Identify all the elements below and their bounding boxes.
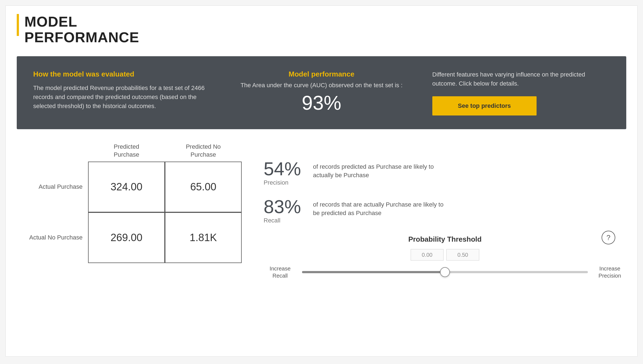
cell-fp: 269.00 xyxy=(88,212,165,263)
confusion-matrix: PredictedPurchase Predicted NoPurchase A… xyxy=(17,143,242,263)
threshold-inputs xyxy=(264,249,626,261)
threshold-input-left[interactable] xyxy=(411,249,444,261)
help-icon-container: ? xyxy=(602,231,615,244)
recall-value: 83% xyxy=(264,197,305,216)
matrix-row-purchase: Actual Purchase 324.00 65.00 xyxy=(17,162,242,212)
matrix-cells-row1: 324.00 65.00 xyxy=(88,162,242,212)
banner-left-text: The model predicted Revenue probabilitie… xyxy=(33,83,211,111)
banner-auc-description: The Area under the curve (AUC) observed … xyxy=(233,82,410,89)
cell-tp: 324.00 xyxy=(88,162,165,212)
row-label-actual-no-purchase: Actual No Purchase xyxy=(17,234,88,242)
precision-row: 54% Precision of records predicted as Pu… xyxy=(264,159,626,186)
slider-label-left: IncreaseRecall xyxy=(264,265,297,279)
threshold-title: Probability Threshold xyxy=(264,235,626,244)
matrix-row-no-purchase: Actual No Purchase 269.00 1.81K xyxy=(17,212,242,263)
slider-container: IncreaseRecall IncreasePrecision xyxy=(264,265,626,279)
banner-predictors: Different features have varying influenc… xyxy=(432,70,610,115)
recall-label: Recall xyxy=(264,217,305,224)
banner-evaluation: How the model was evaluated The model pr… xyxy=(33,70,211,111)
col-header-predicted-no-purchase: Predicted NoPurchase xyxy=(165,143,242,159)
slider-fill xyxy=(302,271,445,273)
help-icon[interactable]: ? xyxy=(602,231,615,244)
matrix-rows: Actual Purchase 324.00 65.00 Actual No P… xyxy=(17,162,242,263)
page-title: MODEL PERFORMANCE xyxy=(24,14,139,45)
banner-center-title: Model performance xyxy=(233,70,410,78)
auc-value: 93% xyxy=(233,92,410,114)
row-label-actual-purchase: Actual Purchase xyxy=(17,183,88,191)
recall-block: 83% Recall xyxy=(264,197,305,224)
cell-tn: 1.81K xyxy=(165,212,242,263)
slider-label-right: IncreasePrecision xyxy=(593,265,626,279)
col-header-predicted-purchase: PredictedPurchase xyxy=(88,143,165,159)
threshold-input-right[interactable] xyxy=(446,249,479,261)
banner-performance: Model performance The Area under the cur… xyxy=(233,70,410,114)
precision-value: 54% xyxy=(264,159,305,178)
matrix-cells-row2: 269.00 1.81K xyxy=(88,212,242,263)
precision-description: of records predicted as Purchase are lik… xyxy=(313,159,450,180)
slider-thumb[interactable] xyxy=(440,267,450,277)
threshold-section: Probability Threshold IncreaseRecall Inc… xyxy=(264,235,626,279)
accent-bar xyxy=(17,14,19,36)
recall-row: 83% Recall of records that are actually … xyxy=(264,197,626,224)
matrix-stats-section: PredictedPurchase Predicted NoPurchase A… xyxy=(17,143,626,279)
stats-section: 54% Precision of records predicted as Pu… xyxy=(264,143,626,279)
precision-block: 54% Precision xyxy=(264,159,305,186)
banner-left-title: How the model was evaluated xyxy=(33,70,211,78)
recall-description: of records that are actually Purchase ar… xyxy=(313,197,450,218)
page-header: MODEL PERFORMANCE xyxy=(17,14,626,45)
matrix-col-headers: PredictedPurchase Predicted NoPurchase xyxy=(88,143,242,159)
see-top-predictors-button[interactable]: See top predictors xyxy=(432,96,537,115)
cell-fn: 65.00 xyxy=(165,162,242,212)
info-banner: How the model was evaluated The model pr… xyxy=(17,56,626,129)
banner-right-text: Different features have varying influenc… xyxy=(432,70,610,88)
precision-label: Precision xyxy=(264,179,305,186)
slider-track[interactable] xyxy=(302,271,588,273)
